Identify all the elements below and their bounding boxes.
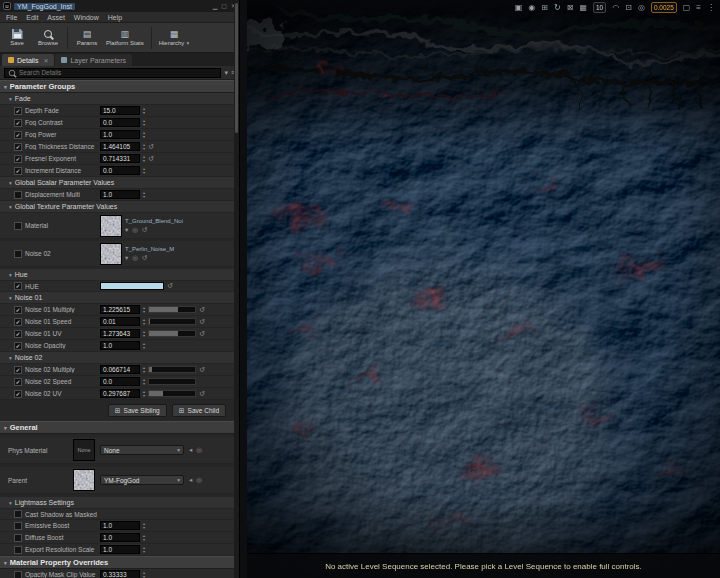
override-checkbox[interactable]: ✓ [14, 330, 22, 338]
save-sibling-button[interactable]: ⊞Save Sibling [108, 404, 167, 417]
asset-dropdown[interactable]: YM-FogGod▾ [100, 475, 184, 485]
override-checkbox[interactable]: ✓ [14, 366, 22, 374]
scrollbar-thumb[interactable] [235, 3, 238, 133]
camera-icon[interactable]: ◎ [638, 2, 645, 14]
menu-help[interactable]: Help [108, 14, 122, 21]
value-spinner[interactable]: ▴▾ [143, 143, 145, 150]
params-button[interactable]: ▤ Params [75, 29, 99, 46]
menu-file[interactable]: File [6, 14, 17, 21]
override-checkbox[interactable]: ✓ [14, 167, 22, 175]
reset-to-default-icon[interactable]: ↺ [199, 366, 205, 374]
browse-button[interactable]: Browse [36, 29, 60, 46]
value-spinner[interactable]: ▴▾ [143, 167, 145, 174]
param-slider[interactable] [148, 390, 196, 397]
tab-layer-parameters[interactable]: Layer Parameters [55, 54, 132, 66]
value-field[interactable]: 15.0 [100, 106, 140, 115]
value-spinner[interactable]: ▴▾ [143, 342, 145, 349]
section-header-global-texture-parameter-values[interactable]: ▾Global Texture Parameter Values [0, 201, 234, 213]
viewport-scene[interactable] [247, 0, 720, 578]
hierarchy-button[interactable]: ▦ Hierarchy▾ [159, 29, 189, 46]
maximize-icon[interactable]: ▢ [683, 2, 691, 14]
override-checkbox[interactable]: ✓ [14, 318, 22, 326]
reset-to-default-icon[interactable]: ↺ [167, 282, 173, 290]
browse-icon[interactable]: ◎ [132, 226, 138, 234]
value-field[interactable]: 1.0 [100, 130, 140, 139]
texture-thumbnail[interactable] [73, 469, 95, 491]
menu-icon[interactable]: ⋮ [707, 2, 715, 14]
section-header-general[interactable]: ▾General [0, 421, 234, 434]
reset-to-default-icon[interactable]: ↺ [199, 306, 205, 314]
override-checkbox[interactable]: ✓ [14, 155, 22, 163]
section-header-lightmass-settings[interactable]: ▾Lightmass Settings [0, 497, 234, 509]
section-header-parameter-groups[interactable]: ▾Parameter Groups [0, 80, 234, 93]
camera-speed-value[interactable]: 0.0025 [651, 2, 677, 13]
search-input[interactable] [19, 69, 218, 76]
value-field[interactable]: 0.33333 [100, 570, 140, 578]
filter-icon[interactable]: ▾ [224, 69, 228, 77]
value-field[interactable]: 1.0 [100, 533, 140, 542]
value-spinner[interactable]: ▴▾ [143, 131, 145, 138]
override-checkbox[interactable] [14, 571, 22, 578]
use-selected-icon[interactable]: ◂ [189, 476, 192, 484]
value-spinner[interactable]: ▴▾ [143, 522, 145, 529]
value-spinner[interactable]: ▴▾ [143, 390, 145, 397]
reset-to-default-icon[interactable]: ↺ [142, 254, 147, 262]
override-checkbox[interactable] [14, 522, 22, 530]
section-header-material-property-overrides[interactable]: ▾Material Property Overrides [0, 556, 234, 569]
value-spinner[interactable]: ▴▾ [143, 330, 145, 337]
param-slider[interactable] [148, 378, 196, 385]
section-header-fade[interactable]: ▾Fade [0, 93, 234, 105]
override-checkbox[interactable] [14, 250, 22, 258]
value-spinner[interactable]: ▴▾ [143, 306, 145, 313]
value-field[interactable]: 1.0 [100, 521, 140, 530]
override-checkbox[interactable] [14, 534, 22, 542]
value-field[interactable]: 0.066714 [100, 365, 140, 374]
section-header-noise-02[interactable]: ▾Noise 02 [0, 352, 234, 364]
scale-snap-icon[interactable]: ⊡ [625, 2, 632, 14]
close-tab-icon[interactable]: ✕ [43, 57, 48, 64]
override-checkbox[interactable]: ✓ [14, 378, 22, 386]
value-spinner[interactable]: ▴▾ [143, 318, 145, 325]
move-icon[interactable]: ⊞ [541, 2, 548, 14]
value-spinner[interactable]: ▴▾ [143, 155, 145, 162]
value-spinner[interactable]: ▴▾ [143, 378, 145, 385]
show-icon[interactable]: ◉ [528, 2, 535, 14]
platform-stats-button[interactable]: ▥ Platform Stats [106, 29, 144, 46]
browse-icon[interactable]: ◎ [196, 476, 202, 484]
search-box[interactable] [4, 68, 221, 78]
value-field[interactable]: 1.0 [100, 190, 140, 199]
value-field[interactable]: 0.01 [100, 317, 140, 326]
override-checkbox[interactable]: ✓ [14, 131, 22, 139]
section-header-global-scalar-parameter-values[interactable]: ▾Global Scalar Parameter Values [0, 177, 234, 189]
texture-thumbnail[interactable] [100, 243, 122, 265]
texture-thumbnail[interactable] [100, 215, 122, 237]
reset-to-default-icon[interactable]: ↺ [148, 155, 154, 163]
chevron-down-icon[interactable]: ▾ [125, 226, 128, 234]
value-field[interactable]: 1.0 [100, 545, 140, 554]
value-field[interactable]: 0.714331 [100, 154, 140, 163]
reset-to-default-icon[interactable]: ↺ [148, 143, 154, 151]
reset-to-default-icon[interactable]: ↺ [199, 330, 205, 338]
param-slider[interactable] [148, 330, 196, 337]
rotate-icon[interactable]: ↻ [554, 2, 561, 14]
override-checkbox[interactable]: ✓ [14, 390, 22, 398]
color-swatch[interactable] [100, 282, 164, 290]
override-checkbox[interactable]: ✓ [14, 119, 22, 127]
asset-thumbnail[interactable]: None [73, 439, 95, 461]
override-checkbox[interactable]: ✓ [14, 107, 22, 115]
rotation-snap-icon[interactable]: ◠ [612, 2, 619, 14]
value-field[interactable]: 1.225615 [100, 305, 140, 314]
save-child-button[interactable]: ⊞Save Child [172, 404, 226, 417]
restore-icon[interactable]: ▢ [221, 3, 227, 9]
asset-dropdown[interactable]: None▾ [100, 445, 184, 455]
reset-to-default-icon[interactable]: ↺ [199, 318, 205, 326]
value-spinner[interactable]: ▴▾ [143, 107, 145, 114]
tab-details[interactable]: Details ✕ [2, 54, 54, 66]
minimize-icon[interactable]: ▁ [213, 3, 218, 9]
grid-snap-icon[interactable]: ▦ [579, 2, 587, 14]
value-spinner[interactable]: ▴▾ [143, 191, 145, 198]
param-slider[interactable] [148, 318, 196, 325]
override-checkbox[interactable]: ✓ [14, 306, 22, 314]
value-field[interactable]: 0.297687 [100, 389, 140, 398]
reset-to-default-icon[interactable]: ↺ [199, 390, 205, 398]
